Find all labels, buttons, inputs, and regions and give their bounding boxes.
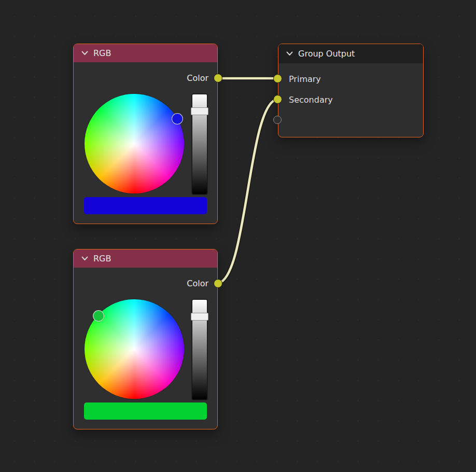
- primary-input-label: Primary: [289, 74, 321, 84]
- input-row-primary: Primary: [278, 71, 423, 87]
- chevron-down-icon[interactable]: [286, 51, 293, 56]
- link-secondary[interactable]: [217, 99, 279, 283]
- node-title: Group Output: [298, 49, 355, 59]
- node-editor-canvas[interactable]: RGB Color RGB Color: [0, 0, 476, 472]
- primary-input-socket[interactable]: [273, 74, 282, 83]
- node-title: RGB: [93, 254, 111, 263]
- group-output-header[interactable]: Group Output: [278, 44, 423, 63]
- color-output-label: Color: [187, 73, 208, 83]
- color-swatch[interactable]: [84, 197, 207, 214]
- color-wheel[interactable]: [85, 299, 184, 399]
- value-slider[interactable]: [192, 300, 207, 399]
- group-output-node[interactable]: Group Output Primary Secondary: [278, 44, 424, 137]
- rgb-node-bottom-header[interactable]: RGB: [74, 249, 217, 268]
- color-output-label: Color: [187, 279, 208, 288]
- secondary-input-label: Secondary: [289, 95, 333, 105]
- node-title: RGB: [93, 48, 111, 58]
- color-output-socket[interactable]: [214, 279, 222, 288]
- input-row-secondary: Secondary: [278, 92, 423, 107]
- virtual-input-socket[interactable]: [273, 116, 282, 124]
- color-wheel[interactable]: [85, 94, 184, 193]
- value-slider-handle[interactable]: [191, 107, 208, 115]
- secondary-input-socket[interactable]: [273, 95, 282, 104]
- value-slider[interactable]: [192, 94, 207, 194]
- rgb-node-bottom[interactable]: RGB Color: [73, 249, 218, 429]
- color-swatch[interactable]: [84, 402, 207, 420]
- rgb-node-top-header[interactable]: RGB: [74, 44, 217, 62]
- color-output-socket[interactable]: [214, 74, 222, 82]
- chevron-down-icon[interactable]: [81, 51, 88, 55]
- color-wheel-cursor[interactable]: [93, 310, 104, 322]
- rgb-node-top[interactable]: RGB Color: [73, 44, 218, 224]
- input-row-virtual: [278, 113, 423, 128]
- chevron-down-icon[interactable]: [81, 256, 88, 261]
- value-slider-handle[interactable]: [191, 313, 208, 321]
- color-wheel-cursor[interactable]: [172, 113, 183, 124]
